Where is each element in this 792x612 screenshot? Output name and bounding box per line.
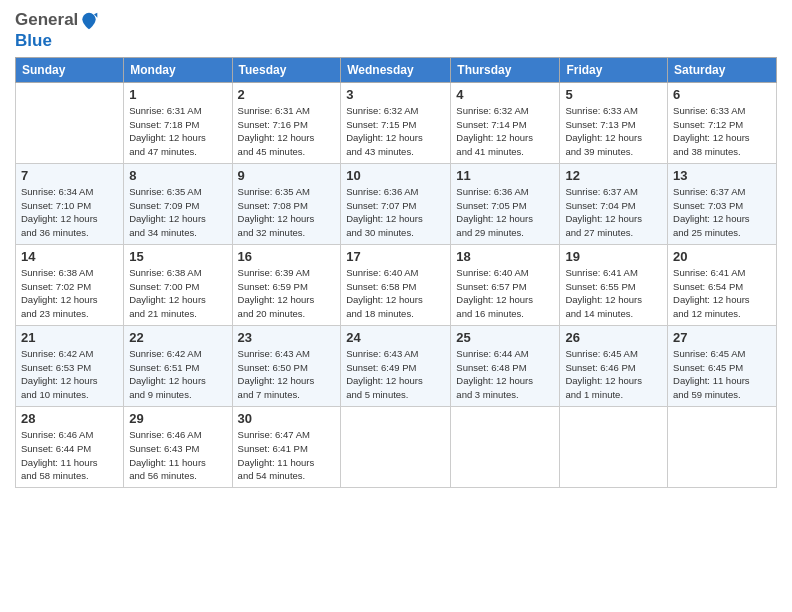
day-info: Sunrise: 6:45 AM Sunset: 6:46 PM Dayligh… [565,347,662,402]
day-number: 14 [21,249,118,264]
calendar-cell: 26Sunrise: 6:45 AM Sunset: 6:46 PM Dayli… [560,325,668,406]
calendar-cell: 28Sunrise: 6:46 AM Sunset: 6:44 PM Dayli… [16,407,124,488]
day-info: Sunrise: 6:35 AM Sunset: 7:08 PM Dayligh… [238,185,336,240]
day-number: 25 [456,330,554,345]
day-info: Sunrise: 6:40 AM Sunset: 6:58 PM Dayligh… [346,266,445,321]
day-info: Sunrise: 6:37 AM Sunset: 7:04 PM Dayligh… [565,185,662,240]
day-info: Sunrise: 6:41 AM Sunset: 6:55 PM Dayligh… [565,266,662,321]
calendar-cell: 2Sunrise: 6:31 AM Sunset: 7:16 PM Daylig… [232,82,341,163]
day-info: Sunrise: 6:47 AM Sunset: 6:41 PM Dayligh… [238,428,336,483]
calendar-cell: 6Sunrise: 6:33 AM Sunset: 7:12 PM Daylig… [668,82,777,163]
day-info: Sunrise: 6:38 AM Sunset: 7:02 PM Dayligh… [21,266,118,321]
day-info: Sunrise: 6:36 AM Sunset: 7:05 PM Dayligh… [456,185,554,240]
week-row-3: 14Sunrise: 6:38 AM Sunset: 7:02 PM Dayli… [16,244,777,325]
calendar-cell: 30Sunrise: 6:47 AM Sunset: 6:41 PM Dayli… [232,407,341,488]
day-number: 19 [565,249,662,264]
day-number: 10 [346,168,445,183]
header: General Blue [15,10,777,51]
calendar-cell: 20Sunrise: 6:41 AM Sunset: 6:54 PM Dayli… [668,244,777,325]
day-info: Sunrise: 6:33 AM Sunset: 7:13 PM Dayligh… [565,104,662,159]
day-number: 30 [238,411,336,426]
day-info: Sunrise: 6:43 AM Sunset: 6:50 PM Dayligh… [238,347,336,402]
calendar-cell: 12Sunrise: 6:37 AM Sunset: 7:04 PM Dayli… [560,163,668,244]
day-info: Sunrise: 6:32 AM Sunset: 7:14 PM Dayligh… [456,104,554,159]
calendar-cell: 22Sunrise: 6:42 AM Sunset: 6:51 PM Dayli… [124,325,232,406]
calendar-cell: 18Sunrise: 6:40 AM Sunset: 6:57 PM Dayli… [451,244,560,325]
day-number: 27 [673,330,771,345]
col-header-friday: Friday [560,57,668,82]
calendar-cell: 14Sunrise: 6:38 AM Sunset: 7:02 PM Dayli… [16,244,124,325]
logo-text: General Blue [15,10,100,51]
day-info: Sunrise: 6:39 AM Sunset: 6:59 PM Dayligh… [238,266,336,321]
calendar-cell: 3Sunrise: 6:32 AM Sunset: 7:15 PM Daylig… [341,82,451,163]
day-info: Sunrise: 6:31 AM Sunset: 7:18 PM Dayligh… [129,104,226,159]
day-number: 12 [565,168,662,183]
calendar-cell [16,82,124,163]
day-number: 5 [565,87,662,102]
day-number: 9 [238,168,336,183]
calendar-cell: 21Sunrise: 6:42 AM Sunset: 6:53 PM Dayli… [16,325,124,406]
calendar-cell: 4Sunrise: 6:32 AM Sunset: 7:14 PM Daylig… [451,82,560,163]
calendar-cell: 8Sunrise: 6:35 AM Sunset: 7:09 PM Daylig… [124,163,232,244]
calendar-cell: 5Sunrise: 6:33 AM Sunset: 7:13 PM Daylig… [560,82,668,163]
logo-icon [79,11,99,31]
col-header-thursday: Thursday [451,57,560,82]
calendar-cell [451,407,560,488]
day-number: 15 [129,249,226,264]
day-info: Sunrise: 6:45 AM Sunset: 6:45 PM Dayligh… [673,347,771,402]
day-info: Sunrise: 6:42 AM Sunset: 6:53 PM Dayligh… [21,347,118,402]
day-number: 6 [673,87,771,102]
day-info: Sunrise: 6:31 AM Sunset: 7:16 PM Dayligh… [238,104,336,159]
day-info: Sunrise: 6:46 AM Sunset: 6:44 PM Dayligh… [21,428,118,483]
week-row-2: 7Sunrise: 6:34 AM Sunset: 7:10 PM Daylig… [16,163,777,244]
day-number: 8 [129,168,226,183]
day-info: Sunrise: 6:35 AM Sunset: 7:09 PM Dayligh… [129,185,226,240]
calendar-cell: 25Sunrise: 6:44 AM Sunset: 6:48 PM Dayli… [451,325,560,406]
header-row: SundayMondayTuesdayWednesdayThursdayFrid… [16,57,777,82]
day-info: Sunrise: 6:46 AM Sunset: 6:43 PM Dayligh… [129,428,226,483]
calendar-cell: 29Sunrise: 6:46 AM Sunset: 6:43 PM Dayli… [124,407,232,488]
day-number: 17 [346,249,445,264]
day-number: 7 [21,168,118,183]
day-number: 29 [129,411,226,426]
day-info: Sunrise: 6:33 AM Sunset: 7:12 PM Dayligh… [673,104,771,159]
week-row-5: 28Sunrise: 6:46 AM Sunset: 6:44 PM Dayli… [16,407,777,488]
calendar-cell: 16Sunrise: 6:39 AM Sunset: 6:59 PM Dayli… [232,244,341,325]
day-info: Sunrise: 6:41 AM Sunset: 6:54 PM Dayligh… [673,266,771,321]
calendar-cell: 23Sunrise: 6:43 AM Sunset: 6:50 PM Dayli… [232,325,341,406]
day-info: Sunrise: 6:34 AM Sunset: 7:10 PM Dayligh… [21,185,118,240]
day-number: 23 [238,330,336,345]
day-number: 28 [21,411,118,426]
day-info: Sunrise: 6:40 AM Sunset: 6:57 PM Dayligh… [456,266,554,321]
day-number: 2 [238,87,336,102]
calendar-cell: 19Sunrise: 6:41 AM Sunset: 6:55 PM Dayli… [560,244,668,325]
day-number: 4 [456,87,554,102]
col-header-wednesday: Wednesday [341,57,451,82]
day-number: 22 [129,330,226,345]
calendar-table: SundayMondayTuesdayWednesdayThursdayFrid… [15,57,777,488]
day-number: 26 [565,330,662,345]
day-number: 21 [21,330,118,345]
day-info: Sunrise: 6:37 AM Sunset: 7:03 PM Dayligh… [673,185,771,240]
calendar-cell: 13Sunrise: 6:37 AM Sunset: 7:03 PM Dayli… [668,163,777,244]
calendar-cell: 7Sunrise: 6:34 AM Sunset: 7:10 PM Daylig… [16,163,124,244]
day-number: 3 [346,87,445,102]
day-number: 18 [456,249,554,264]
calendar-cell: 10Sunrise: 6:36 AM Sunset: 7:07 PM Dayli… [341,163,451,244]
day-number: 13 [673,168,771,183]
col-header-saturday: Saturday [668,57,777,82]
day-number: 24 [346,330,445,345]
calendar-cell [341,407,451,488]
col-header-tuesday: Tuesday [232,57,341,82]
week-row-1: 1Sunrise: 6:31 AM Sunset: 7:18 PM Daylig… [16,82,777,163]
calendar-cell: 27Sunrise: 6:45 AM Sunset: 6:45 PM Dayli… [668,325,777,406]
day-info: Sunrise: 6:42 AM Sunset: 6:51 PM Dayligh… [129,347,226,402]
calendar-cell: 24Sunrise: 6:43 AM Sunset: 6:49 PM Dayli… [341,325,451,406]
day-info: Sunrise: 6:38 AM Sunset: 7:00 PM Dayligh… [129,266,226,321]
calendar-cell: 15Sunrise: 6:38 AM Sunset: 7:00 PM Dayli… [124,244,232,325]
calendar-cell: 11Sunrise: 6:36 AM Sunset: 7:05 PM Dayli… [451,163,560,244]
day-info: Sunrise: 6:44 AM Sunset: 6:48 PM Dayligh… [456,347,554,402]
calendar-cell: 17Sunrise: 6:40 AM Sunset: 6:58 PM Dayli… [341,244,451,325]
calendar-cell: 9Sunrise: 6:35 AM Sunset: 7:08 PM Daylig… [232,163,341,244]
logo: General Blue [15,10,100,51]
